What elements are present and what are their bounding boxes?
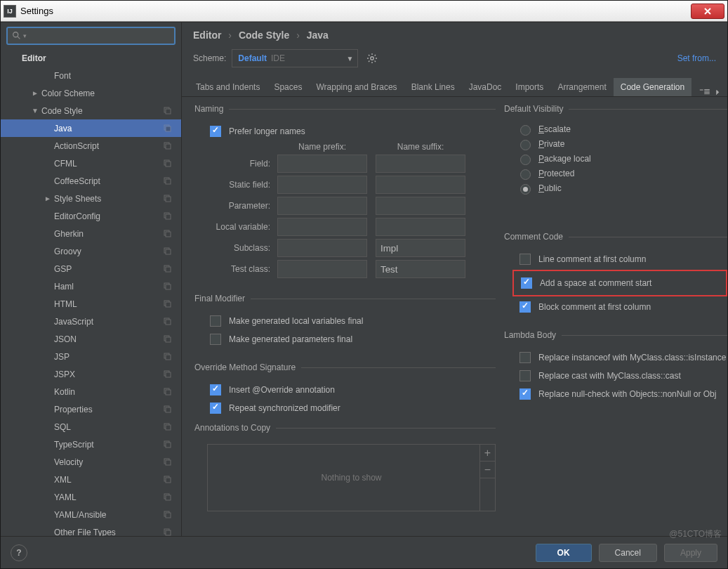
- tree-item-sql[interactable]: SQL: [1, 418, 181, 436]
- insert-override-checkbox[interactable]: Insert @Override annotation: [207, 382, 496, 398]
- tree-item-style-sheets[interactable]: ►Style Sheets: [1, 190, 181, 207]
- cancel-button[interactable]: Cancel: [599, 544, 657, 562]
- name-prefix-input[interactable]: [277, 176, 367, 194]
- tree-item-label: Kotlin: [54, 387, 75, 397]
- tab-tabs-and-indents[interactable]: Tabs and Indents: [189, 78, 267, 96]
- repeat-synchronized-checkbox[interactable]: Repeat synchronized modifier: [207, 400, 496, 416]
- radio-input[interactable]: [520, 169, 531, 180]
- checkbox-input[interactable]: [519, 301, 531, 313]
- visibility-package-local-radio[interactable]: Package local: [517, 152, 727, 165]
- tree-item-javascript[interactable]: JavaScript: [1, 313, 181, 330]
- remove-annotation-button[interactable]: −: [480, 462, 495, 478]
- tree-item-jspx[interactable]: JSPX: [1, 365, 181, 383]
- radio-input[interactable]: [520, 184, 531, 195]
- tree-item-haml[interactable]: Haml: [1, 277, 181, 295]
- tree-item-coffeescript[interactable]: CoffeeScript: [1, 172, 181, 190]
- tab-overflow-icon[interactable]: ⏵: [715, 88, 722, 96]
- tree-item-html[interactable]: HTML: [1, 295, 181, 313]
- add-annotation-button[interactable]: +: [480, 445, 495, 462]
- prefer-longer-names-checkbox[interactable]: Prefer longer names: [207, 124, 496, 139]
- name-prefix-input[interactable]: [277, 155, 367, 173]
- name-suffix-input[interactable]: [376, 218, 465, 236]
- name-suffix-input[interactable]: [376, 176, 465, 194]
- search-input[interactable]: ▾: [6, 27, 176, 45]
- radio-input[interactable]: [520, 155, 531, 165]
- visibility-public-radio[interactable]: Public: [517, 182, 727, 195]
- breadcrumb-item[interactable]: Editor: [193, 30, 221, 41]
- breadcrumb-item[interactable]: Java: [307, 30, 329, 41]
- tree-item-gherkin[interactable]: Gherkin: [1, 225, 181, 242]
- checkbox-input[interactable]: [210, 334, 221, 345]
- checkbox-input[interactable]: [519, 254, 531, 265]
- checkbox-input[interactable]: [519, 352, 531, 363]
- tree-item-velocity[interactable]: Velocity: [1, 453, 181, 471]
- checkbox-input[interactable]: [210, 403, 221, 414]
- tree-item-cfml[interactable]: CFML: [1, 155, 181, 172]
- name-prefix-input[interactable]: [277, 197, 367, 215]
- tree-item-jsp[interactable]: JSP: [1, 348, 181, 365]
- tree-item-font[interactable]: Font: [1, 67, 181, 84]
- tree-item-typescript[interactable]: TypeScript: [1, 436, 181, 453]
- tree-item-yaml-ansible[interactable]: YAML/Ansible: [1, 506, 181, 523]
- tree-item-properties[interactable]: Properties: [1, 400, 181, 418]
- checkbox-input[interactable]: [519, 370, 531, 381]
- scheme-gear-button[interactable]: [364, 50, 380, 67]
- tree-item-java[interactable]: Java: [1, 119, 181, 137]
- tab-code-generation[interactable]: Code Generation: [614, 78, 691, 96]
- replace-nullcheck-checkbox[interactable]: Replace null-check with Objects::nonNull…: [517, 386, 727, 402]
- tree-item-json[interactable]: JSON: [1, 330, 181, 348]
- name-suffix-input[interactable]: [376, 197, 465, 215]
- set-from-link[interactable]: Set from...: [677, 53, 716, 63]
- window-close-button[interactable]: [691, 4, 724, 19]
- checkbox-input[interactable]: [521, 277, 532, 289]
- tree-item-xml[interactable]: XML: [1, 471, 181, 488]
- checkbox-input[interactable]: [210, 126, 221, 137]
- tab-spaces[interactable]: Spaces: [267, 78, 309, 96]
- line-comment-first-col-checkbox[interactable]: Line comment at first column: [517, 251, 727, 267]
- checkbox-input[interactable]: [519, 388, 531, 400]
- block-comment-first-col-checkbox[interactable]: Block comment at first column: [517, 299, 727, 315]
- tree-item-kotlin[interactable]: Kotlin: [1, 383, 181, 400]
- tab-imports[interactable]: Imports: [508, 78, 550, 96]
- tab-wrapping-and-braces[interactable]: Wrapping and Braces: [309, 78, 404, 96]
- tree-item-color-scheme[interactable]: ►Color Scheme: [1, 84, 181, 102]
- name-prefix-input[interactable]: [277, 218, 367, 236]
- tab-javadoc[interactable]: JavaDoc: [462, 78, 509, 96]
- name-suffix-input[interactable]: [376, 260, 465, 278]
- tree-item-actionscript[interactable]: ActionScript: [1, 137, 181, 155]
- add-space-comment-checkbox[interactable]: Add a space at comment start: [518, 275, 722, 291]
- help-button[interactable]: ?: [11, 544, 27, 561]
- scheme-dropdown[interactable]: Default IDE ▼: [232, 49, 358, 67]
- replace-instanceof-checkbox[interactable]: Replace instanceof with MyClass.class::i…: [517, 350, 727, 365]
- tab-list-icon[interactable]: ⁼≣: [699, 86, 710, 96]
- annotations-list[interactable]: Nothing to show + −: [207, 444, 496, 511]
- tree-item-code-style[interactable]: ▼Code Style: [1, 102, 181, 119]
- checkbox-input[interactable]: [210, 315, 221, 327]
- tab-arrangement[interactable]: Arrangement: [550, 78, 613, 96]
- final-params-checkbox[interactable]: Make generated parameters final: [207, 332, 496, 347]
- name-prefix-input[interactable]: [277, 239, 367, 257]
- settings-tree[interactable]: EditorFont►Color Scheme▼Code StyleJavaAc…: [1, 49, 181, 536]
- tree-item-other-file-types[interactable]: Other File Types: [1, 523, 181, 536]
- visibility-escalate-radio[interactable]: Escalate: [517, 123, 727, 136]
- tree-section-editor[interactable]: Editor: [1, 49, 181, 67]
- svg-rect-29: [166, 337, 171, 342]
- visibility-protected-radio[interactable]: Protected: [517, 167, 727, 180]
- visibility-private-radio[interactable]: Private: [517, 138, 727, 150]
- name-suffix-input[interactable]: [376, 155, 465, 173]
- name-suffix-input[interactable]: [376, 239, 465, 257]
- tab-blank-lines[interactable]: Blank Lines: [404, 78, 462, 96]
- final-local-vars-checkbox[interactable]: Make generated local variables final: [207, 313, 496, 329]
- checkbox-input[interactable]: [210, 384, 221, 395]
- radio-input[interactable]: [520, 125, 531, 136]
- tree-item-groovy[interactable]: Groovy: [1, 242, 181, 260]
- tree-item-yaml[interactable]: YAML: [1, 488, 181, 506]
- tree-item-editorconfig[interactable]: EditorConfig: [1, 207, 181, 225]
- ok-button[interactable]: OK: [536, 544, 592, 562]
- name-prefix-input[interactable]: [277, 260, 367, 278]
- breadcrumb-item[interactable]: Code Style: [239, 30, 289, 41]
- radio-input[interactable]: [520, 140, 531, 150]
- tree-item-gsp[interactable]: GSP: [1, 260, 181, 277]
- replace-cast-checkbox[interactable]: Replace cast with MyClass.class::cast: [517, 368, 727, 384]
- apply-button[interactable]: Apply: [664, 544, 717, 562]
